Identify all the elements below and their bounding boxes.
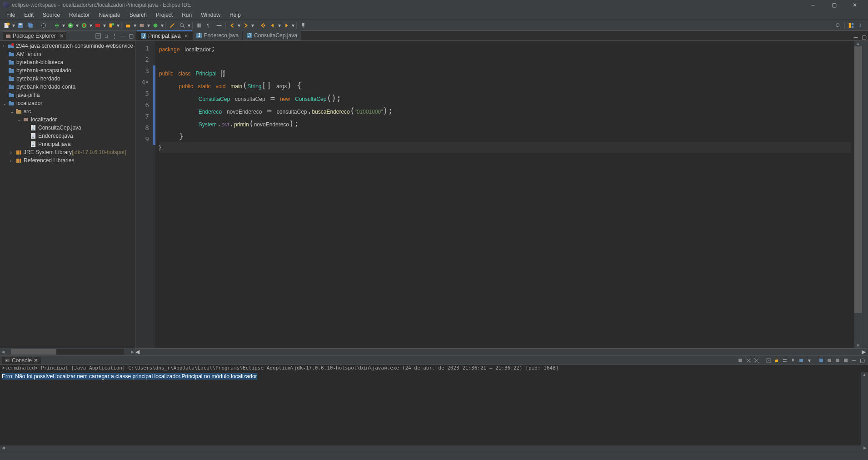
tree-item[interactable]: bytebank-encapsulado xyxy=(0,66,135,75)
pin-console-button[interactable] xyxy=(789,357,797,364)
code-editor[interactable]: 1234•56789 package localiz xyxy=(135,41,868,348)
remove-launch-button[interactable] xyxy=(744,357,753,364)
tree-item[interactable]: ⌄localizador xyxy=(0,99,135,107)
tab-consultacep[interactable]: J ConsultaCep.java xyxy=(243,30,301,40)
toggle-block-button[interactable]: ¶ xyxy=(205,21,214,30)
pin-button[interactable] xyxy=(299,21,308,30)
run-button[interactable] xyxy=(66,21,75,30)
coverage-dropdown[interactable]: ▾ xyxy=(89,22,93,29)
tree-item[interactable]: ›Referenced Libraries xyxy=(0,156,135,165)
tree-item[interactable]: bytebank-herdado-conta xyxy=(0,83,135,91)
tree-item[interactable]: ›2944-java-screenmatch-consumindo-webser… xyxy=(0,42,135,50)
clear-console-button[interactable] xyxy=(764,357,773,364)
editor-maximize-button[interactable]: ▢ xyxy=(861,34,867,40)
tree-item[interactable]: AM_enum xyxy=(0,50,135,58)
console-btn-b[interactable] xyxy=(825,357,833,364)
new-dropdown[interactable]: ▾ xyxy=(12,22,15,29)
console-output[interactable]: Erro: Não foi possível localizar nem car… xyxy=(0,372,861,445)
maximize-view-button[interactable]: ▢ xyxy=(127,32,135,40)
tree-item[interactable]: ⌄src xyxy=(0,107,135,115)
menu-navigate[interactable]: Navigate xyxy=(94,11,125,19)
overview-ruler[interactable] xyxy=(862,41,868,348)
tree-item[interactable]: ⌄localizador xyxy=(0,115,135,124)
debug-button[interactable] xyxy=(52,21,61,30)
sidebar-hscroll[interactable]: ◀▶ xyxy=(0,348,135,355)
tree-item[interactable]: JPrincipal.java xyxy=(0,140,135,148)
menu-file[interactable]: File xyxy=(2,11,20,19)
word-wrap-button[interactable] xyxy=(781,357,789,364)
tree-item[interactable]: JConsultaCep.java xyxy=(0,124,135,132)
new-java-button[interactable] xyxy=(124,21,133,30)
console-tab[interactable]: Console ✕ xyxy=(2,357,41,364)
new-pkg-button[interactable] xyxy=(137,21,146,30)
tab-principal[interactable]: J Principal.java ✕ xyxy=(137,30,192,40)
perspective-button[interactable] xyxy=(847,21,856,30)
console-hscroll[interactable]: ◀▶ xyxy=(0,445,868,453)
console-minimize-button[interactable]: ─ xyxy=(850,357,858,364)
java-perspective-button[interactable]: J xyxy=(857,21,866,30)
link-editor-button[interactable] xyxy=(102,32,110,40)
console-btn-d[interactable] xyxy=(842,357,850,364)
wand-button[interactable] xyxy=(168,21,177,30)
menu-run[interactable]: Run xyxy=(177,11,196,19)
display-button[interactable] xyxy=(797,357,805,364)
coverage-button[interactable] xyxy=(80,21,89,30)
editor-minimize-button[interactable]: ─ xyxy=(853,34,859,40)
console-vscroll[interactable]: ▲ xyxy=(861,372,868,445)
editor-vscroll[interactable]: ▲▼ xyxy=(854,41,862,348)
console-btn-c[interactable] xyxy=(833,357,842,364)
minimize-view-button[interactable]: ─ xyxy=(119,32,127,40)
collapse-all-button[interactable] xyxy=(94,32,102,40)
menu-source[interactable]: Source xyxy=(38,11,65,19)
next-annotation-button[interactable] xyxy=(241,21,250,30)
project-tree[interactable]: ›2944-java-screenmatch-consumindo-webser… xyxy=(0,41,135,348)
open-type-button[interactable] xyxy=(39,21,48,30)
code-body[interactable]: package localizador; public class Princi… xyxy=(155,41,854,348)
toggle-mark-button[interactable] xyxy=(195,21,204,30)
menu-refactor[interactable]: Refactor xyxy=(65,11,94,19)
search2-button[interactable] xyxy=(178,21,187,30)
terminate-button[interactable] xyxy=(736,357,744,364)
menu-search[interactable]: Search xyxy=(125,11,151,19)
tree-item[interactable]: ›JRE System Library [jdk-17.0.6.10-hotsp… xyxy=(0,148,135,156)
maximize-button[interactable]: ▢ xyxy=(823,0,844,10)
package-explorer-tab[interactable]: Package Explorer ✕ xyxy=(3,31,66,40)
ext-tools-dropdown[interactable]: ▾ xyxy=(116,22,120,29)
close-view-icon[interactable]: ✕ xyxy=(60,33,64,39)
menu-help[interactable]: Help xyxy=(225,11,245,19)
save-all-button[interactable] xyxy=(26,21,35,30)
menu-window[interactable]: Window xyxy=(196,11,225,19)
close-console-icon[interactable]: ✕ xyxy=(34,357,38,364)
back-button[interactable] xyxy=(268,21,277,30)
search-toolbar-button[interactable] xyxy=(833,21,843,30)
menu-project[interactable]: Project xyxy=(151,11,177,19)
ext-tools-button[interactable] xyxy=(107,21,116,30)
run-dropdown[interactable]: ▾ xyxy=(75,22,79,29)
forward-button[interactable] xyxy=(282,21,291,30)
last-edit-button[interactable] xyxy=(258,21,267,30)
tree-item[interactable]: bytebank-herdado xyxy=(0,75,135,83)
run-last-button[interactable] xyxy=(93,21,102,30)
new-class-button[interactable] xyxy=(151,21,160,30)
prev-annotation-button[interactable] xyxy=(228,21,237,30)
new-button[interactable] xyxy=(2,21,11,30)
console-btn-a[interactable] xyxy=(817,357,825,364)
editor-hscroll[interactable]: ◀▶ xyxy=(135,348,868,355)
tree-item[interactable]: java-pilha xyxy=(0,91,135,99)
open-console-button[interactable]: ▾ xyxy=(805,357,813,364)
close-button[interactable]: ✕ xyxy=(844,0,865,10)
menu-edit[interactable]: Edit xyxy=(20,11,38,19)
view-menu-button[interactable]: ⋮ xyxy=(110,32,119,40)
scroll-lock-button[interactable] xyxy=(773,357,781,364)
run-last-dropdown[interactable]: ▾ xyxy=(103,22,106,29)
console-maximize-button[interactable]: ▢ xyxy=(858,357,866,364)
tree-item[interactable]: bytebank-biblioteca xyxy=(0,58,135,66)
tree-item[interactable]: JEndereco.java xyxy=(0,132,135,140)
debug-dropdown[interactable]: ▾ xyxy=(62,22,65,29)
close-tab-icon[interactable]: ✕ xyxy=(184,33,188,39)
remove-all-button[interactable] xyxy=(753,357,761,364)
minimize-button[interactable]: ─ xyxy=(803,0,823,10)
save-button[interactable] xyxy=(16,21,25,30)
hscroll-thumb[interactable] xyxy=(11,349,56,355)
toggle-ws-button[interactable] xyxy=(215,21,224,30)
